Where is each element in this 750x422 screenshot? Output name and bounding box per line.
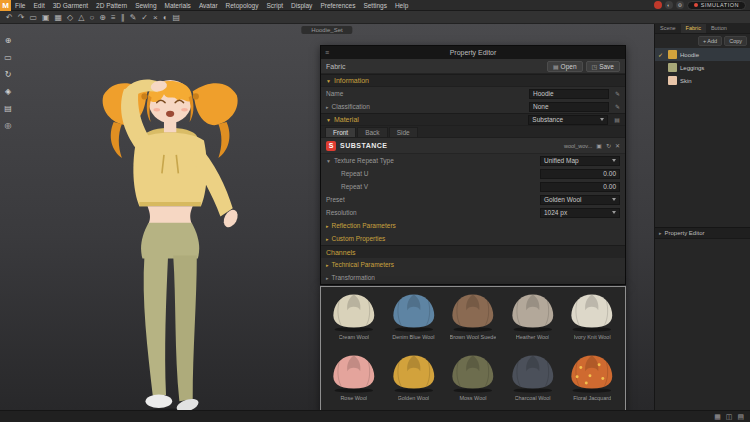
menu-item-script[interactable]: Script	[262, 0, 287, 11]
fabric-list-item-leggings[interactable]: Leggings	[655, 61, 750, 74]
sidebar-property-editor-header[interactable]: ▸ Property Editor	[655, 227, 750, 239]
tab-scene[interactable]: Scene	[655, 23, 681, 33]
transformation-row[interactable]: ▸ Transformation	[321, 271, 625, 284]
focus-tool-icon[interactable]: ◎	[2, 119, 14, 132]
menu-item-display[interactable]: Display	[287, 0, 316, 11]
segment-sewing-icon[interactable]: ∥	[121, 11, 125, 24]
check-tool-icon[interactable]: ✓	[141, 11, 148, 24]
name-input[interactable]: Hoodie	[529, 89, 609, 99]
classification-row: ▸ Classification None ✎	[321, 100, 625, 113]
delete-tool-icon[interactable]: ×	[153, 11, 158, 24]
classification-input[interactable]: None	[529, 102, 609, 112]
edit-pencil-icon[interactable]: ✎	[615, 103, 620, 110]
transform-tool-icon[interactable]: △	[78, 11, 84, 24]
zoom-tool-icon[interactable]: ⊕	[2, 34, 14, 47]
split-view-icon[interactable]: ◫	[726, 413, 733, 421]
tab-front[interactable]: Front	[325, 127, 356, 137]
gear-icon[interactable]: ⚙	[676, 1, 684, 9]
material-thumb-moss[interactable]: Moss Wool	[444, 351, 502, 410]
material-thumb-heather[interactable]: Heather Wool	[504, 290, 562, 349]
open-button[interactable]: ▤ Open	[547, 61, 583, 72]
shading-toggle-icon[interactable]: ◐	[163, 11, 168, 24]
custom-properties-row[interactable]: ▸ Custom Properties	[321, 232, 625, 245]
menu-item-sewing[interactable]: Sewing	[131, 0, 160, 11]
edit-tool-icon[interactable]: ✎	[130, 11, 137, 24]
repeat-u-input[interactable]: 0.00	[540, 169, 620, 179]
rectangle-tool-icon[interactable]: ▣	[42, 11, 50, 24]
menu-item-3d-garment[interactable]: 3D Garment	[49, 0, 92, 11]
menu-item-help[interactable]: Help	[391, 0, 412, 11]
fabric-list-item-hoodie[interactable]: ✓ Hoodie	[655, 48, 750, 61]
menu-item-2d-pattern[interactable]: 2D Pattern	[92, 0, 131, 11]
app-logo[interactable]: M	[0, 0, 11, 11]
add-fabric-button[interactable]: + Add	[698, 36, 722, 46]
texture-repeat-dropdown[interactable]: Unified Map	[540, 156, 620, 166]
section-channels[interactable]: Channels	[321, 245, 625, 258]
log-panel-icon[interactable]: ▤	[737, 413, 744, 421]
menu-item-avatar[interactable]: Avatar	[195, 0, 222, 11]
refresh-icon[interactable]: ↻	[606, 142, 611, 149]
undo-icon[interactable]: ↶	[6, 11, 13, 24]
property-editor-titlebar[interactable]: ≡ Property Editor	[321, 46, 625, 59]
edit-pencil-icon[interactable]: ✎	[615, 90, 620, 97]
repeat-v-input[interactable]: 0.00	[540, 182, 620, 192]
repeat-v-row: Repeat V 0.00	[321, 180, 625, 193]
menu-item-file[interactable]: File	[11, 0, 29, 11]
material-thumb-rose[interactable]: Rose Wool	[325, 351, 383, 410]
record-icon[interactable]	[654, 1, 662, 9]
pin-tool-icon[interactable]: ⊕	[99, 11, 106, 24]
menu-item-materials[interactable]: Materials	[161, 0, 195, 11]
tab-fabric[interactable]: Fabric	[681, 23, 706, 33]
material-thumb-denim[interactable]: Denim Blue Wool	[385, 290, 443, 349]
copy-fabric-button[interactable]: Copy	[724, 36, 747, 46]
viewport-3d[interactable]: Hoodie_Set ⊕ ▭ ↻ ◈ ▤ ◎	[0, 24, 654, 410]
avatar-3d[interactable]	[40, 42, 290, 410]
pan-tool-icon[interactable]: ▤	[2, 102, 14, 115]
remove-icon[interactable]: ✕	[615, 142, 620, 149]
fabric-list-item-skin[interactable]: Skin	[655, 74, 750, 87]
select-tool-icon[interactable]: ▭	[29, 11, 37, 24]
tab-side[interactable]: Side	[389, 127, 418, 137]
project-tab[interactable]: Hoodie_Set	[301, 26, 352, 34]
material-type-dropdown[interactable]: Substance	[528, 115, 608, 125]
material-thumb-golden[interactable]: Golden Wool	[385, 351, 443, 410]
preset-dropdown[interactable]: Golden Wool	[540, 195, 620, 205]
link-icon[interactable]: ▣	[596, 142, 602, 149]
select-box-tool-icon[interactable]: ▭	[2, 51, 14, 64]
rotate-view-icon[interactable]: ↻	[2, 68, 14, 81]
menu-item-settings[interactable]: Settings	[359, 0, 391, 11]
tab-button[interactable]: Button	[706, 23, 732, 33]
app-window: M File Edit 3D Garment 2D Pattern Sewing…	[0, 0, 750, 422]
material-thumb-ivory[interactable]: Ivory Knit Wool	[563, 290, 621, 349]
chevron-expanded-icon[interactable]: ▼	[326, 158, 331, 164]
repeat-u-row: Repeat U 0.00	[321, 167, 625, 180]
section-information[interactable]: ▼ Information	[321, 74, 625, 87]
material-thumb-cream[interactable]: Cream Wool	[325, 290, 383, 349]
gizmo-tool-icon[interactable]: ◈	[2, 85, 14, 98]
circle-tool-icon[interactable]: ○	[89, 11, 94, 24]
chevron-collapsed-icon[interactable]: ▸	[326, 104, 329, 110]
save-button[interactable]: ◳ Save	[586, 61, 621, 72]
menu-item-edit[interactable]: Edit	[29, 0, 48, 11]
simulation-status-dot	[694, 3, 698, 7]
menu-item-retopology[interactable]: Retopology	[222, 0, 263, 11]
sewing-tool-icon[interactable]: ≡	[111, 11, 116, 24]
user-avatar-icon[interactable]: ◐	[665, 1, 673, 9]
technical-parameters-row[interactable]: ▸ Technical Parameters	[321, 258, 625, 271]
polygon-tool-icon[interactable]: ◇	[67, 11, 73, 24]
material-thumb-floral[interactable]: Floral Jacquard	[563, 351, 621, 410]
menu-item-preferences[interactable]: Preferences	[316, 0, 359, 11]
redo-icon[interactable]: ↷	[18, 11, 25, 24]
resolution-dropdown[interactable]: 1024 px	[540, 208, 620, 218]
simulation-toggle[interactable]: SIMULATION	[687, 1, 746, 10]
grid-view-icon[interactable]: ▦	[714, 413, 721, 421]
material-thumb-charcoal[interactable]: Charcoal Wool	[504, 351, 562, 410]
material-options-icon[interactable]: ▤	[614, 116, 620, 123]
texture-toggle-icon[interactable]: ▤	[173, 11, 181, 24]
panel-menu-icon[interactable]: ≡	[325, 49, 329, 56]
section-material[interactable]: ▼ Material Substance ▤	[321, 113, 625, 126]
reflection-parameters-row[interactable]: ▸ Reflection Parameters	[321, 219, 625, 232]
material-thumb-brown[interactable]: Brown Wool Suede	[444, 290, 502, 349]
grid-tool-icon[interactable]: ▦	[55, 11, 63, 24]
tab-back[interactable]: Back	[357, 127, 387, 137]
